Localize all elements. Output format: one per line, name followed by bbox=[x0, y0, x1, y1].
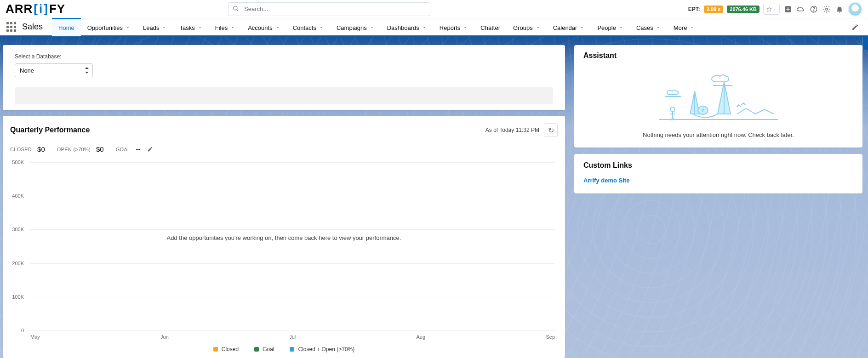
nav-bar: Sales HomeOpportunitiesLeadsTasksFilesAc… bbox=[0, 18, 868, 37]
nav-tab-label: Leads bbox=[143, 24, 159, 31]
assistant-illustration: z bbox=[583, 64, 853, 131]
logo-text-2: FY bbox=[49, 2, 65, 16]
nav-tab-home[interactable]: Home bbox=[52, 18, 81, 36]
chevron-down-icon[interactable] bbox=[536, 25, 540, 30]
nav-tab-label: Dashboards bbox=[387, 24, 419, 31]
legend-swatch bbox=[254, 347, 259, 352]
x-tick: Sep bbox=[546, 334, 555, 340]
x-tick: Aug bbox=[417, 334, 426, 340]
nav-tab-opportunities[interactable]: Opportunities bbox=[81, 18, 137, 36]
qp-empty-message: Add the opportunities you're working on,… bbox=[167, 234, 401, 241]
nav-tab-label: Campaigns bbox=[337, 24, 367, 31]
search-input[interactable] bbox=[228, 2, 430, 16]
quarterly-performance-card: Quarterly Performance As of Today 11:32 … bbox=[3, 116, 565, 358]
chevron-down-icon[interactable] bbox=[580, 25, 584, 30]
add-icon[interactable] bbox=[783, 5, 793, 14]
y-tick: 500K bbox=[8, 159, 27, 165]
goal-value: -- bbox=[136, 145, 141, 153]
qp-chart: Add the opportunities you're working on,… bbox=[8, 153, 560, 354]
nav-tab-tasks[interactable]: Tasks bbox=[173, 18, 208, 36]
legend-item: Goal bbox=[254, 346, 274, 352]
edit-goal-icon[interactable] bbox=[147, 146, 153, 152]
chevron-down-icon[interactable] bbox=[230, 25, 235, 30]
app-launcher-icon[interactable] bbox=[5, 21, 17, 34]
legend-item: Closed + Open (>70%) bbox=[290, 346, 354, 352]
svg-point-5 bbox=[813, 11, 814, 11]
y-tick: 0 bbox=[8, 328, 27, 333]
legend-label: Closed bbox=[222, 346, 239, 352]
salesforce-icon[interactable] bbox=[796, 5, 805, 14]
closed-value: $0 bbox=[37, 145, 45, 153]
y-tick: 400K bbox=[8, 193, 27, 199]
logo-i: i bbox=[39, 2, 43, 16]
qp-legend: ClosedGoalClosed + Open (>70%) bbox=[8, 346, 560, 352]
global-search bbox=[228, 2, 430, 16]
nav-tab-label: Cases bbox=[636, 24, 653, 31]
assistant-card: Assistant bbox=[574, 45, 862, 148]
chevron-down-icon[interactable] bbox=[422, 25, 427, 30]
assistant-message: Nothing needs your attention right now. … bbox=[583, 131, 853, 138]
custom-links-title: Custom Links bbox=[583, 161, 853, 170]
qp-asof: As of Today 11:32 PM bbox=[485, 127, 539, 133]
nav-tab-label: Accounts bbox=[248, 24, 272, 31]
chevron-down-icon[interactable] bbox=[463, 25, 468, 30]
x-tick: Jul bbox=[289, 334, 296, 340]
logo-bracket-left: [ bbox=[34, 2, 38, 16]
chevron-down-icon[interactable] bbox=[126, 25, 130, 30]
page-content: Select a Database: None Quarterly Perfor… bbox=[0, 37, 868, 358]
nav-tab-campaigns[interactable]: Campaigns bbox=[330, 18, 381, 36]
svg-text:z: z bbox=[702, 108, 704, 113]
nav-tab-label: Files bbox=[215, 24, 228, 31]
svg-line-1 bbox=[237, 9, 239, 11]
legend-item: Closed bbox=[213, 346, 239, 352]
ept-time-badge: 2.08 s bbox=[704, 6, 724, 13]
edit-nav-icon[interactable] bbox=[847, 23, 863, 31]
legend-label: Goal bbox=[263, 346, 274, 352]
qp-xaxis: MayJunJulAugSep bbox=[30, 334, 555, 340]
nav-tab-people[interactable]: People bbox=[591, 18, 629, 36]
help-icon[interactable] bbox=[809, 5, 818, 14]
nav-tab-more[interactable]: More bbox=[667, 18, 701, 36]
chevron-down-icon[interactable] bbox=[619, 25, 623, 30]
setup-icon[interactable] bbox=[822, 5, 831, 14]
y-tick: 100K bbox=[8, 294, 27, 300]
nav-tab-calendar[interactable]: Calendar bbox=[547, 18, 591, 36]
chevron-down-icon[interactable] bbox=[690, 25, 694, 30]
assistant-title: Assistant bbox=[583, 51, 853, 60]
y-tick: 300K bbox=[8, 227, 27, 232]
database-select[interactable]: None bbox=[15, 63, 93, 77]
chevron-down-icon[interactable] bbox=[198, 25, 202, 30]
nav-tab-accounts[interactable]: Accounts bbox=[241, 18, 286, 36]
nav-tab-reports[interactable]: Reports bbox=[433, 18, 474, 36]
nav-tab-files[interactable]: Files bbox=[209, 18, 241, 36]
goal-label: GOAL bbox=[116, 147, 131, 152]
nav-tab-label: Home bbox=[58, 24, 74, 31]
chevron-down-icon[interactable] bbox=[162, 25, 166, 30]
custom-link-item[interactable]: Arrify demo Site bbox=[583, 177, 629, 184]
user-avatar[interactable] bbox=[848, 2, 862, 17]
nav-tab-label: More bbox=[674, 24, 687, 31]
nav-tab-chatter[interactable]: Chatter bbox=[474, 18, 507, 36]
legend-swatch bbox=[290, 347, 294, 352]
global-header: ARR[i]FY EPT: 2.08 s 2076.46 KB bbox=[0, 0, 868, 18]
nav-tab-cases[interactable]: Cases bbox=[630, 18, 667, 36]
chevron-down-icon[interactable] bbox=[656, 25, 661, 30]
nav-tab-dashboards[interactable]: Dashboards bbox=[381, 18, 433, 36]
chevron-down-icon[interactable] bbox=[370, 25, 374, 30]
nav-tab-label: Calendar bbox=[553, 24, 577, 31]
legend-swatch bbox=[213, 347, 218, 352]
notifications-icon[interactable] bbox=[835, 5, 844, 14]
nav-tab-leads[interactable]: Leads bbox=[137, 18, 173, 36]
favorites-button[interactable] bbox=[763, 4, 780, 15]
nav-tab-contacts[interactable]: Contacts bbox=[286, 18, 330, 36]
chevron-down-icon[interactable] bbox=[275, 25, 280, 30]
x-tick: May bbox=[30, 334, 40, 340]
refresh-button[interactable]: ↻ bbox=[544, 123, 558, 137]
nav-tab-label: Chatter bbox=[480, 24, 500, 31]
chevron-down-icon[interactable] bbox=[319, 25, 324, 30]
nav-tab-groups[interactable]: Groups bbox=[507, 18, 547, 36]
search-icon bbox=[233, 6, 239, 12]
qp-title: Quarterly Performance bbox=[10, 126, 90, 134]
closed-label: CLOSED bbox=[10, 147, 32, 152]
nav-tab-label: People bbox=[597, 24, 616, 31]
